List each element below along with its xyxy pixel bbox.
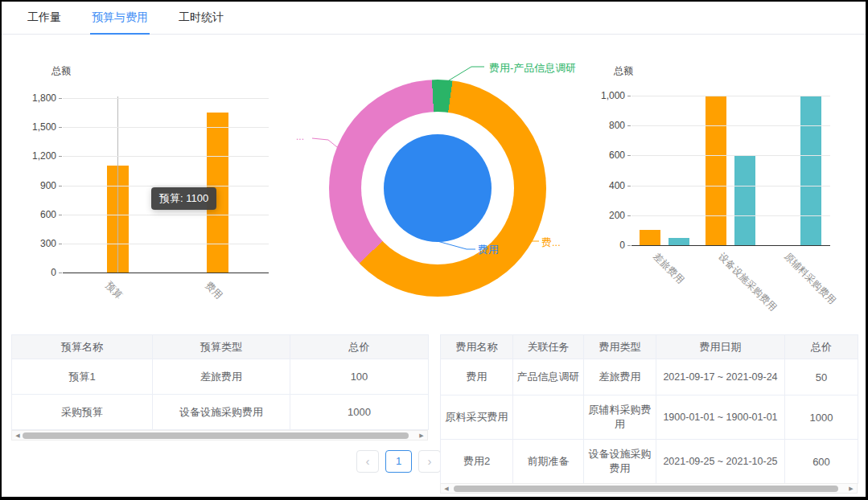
table-header-row: 预算名称 预算类型 总价 — [12, 335, 429, 359]
tab-workload[interactable]: 工作量 — [26, 2, 63, 35]
col-expense-date: 费用日期 — [656, 335, 785, 359]
expense-table-hscrollbar[interactable]: ◀ ▶ — [440, 483, 858, 494]
cell: 1000 — [785, 395, 858, 440]
cell: 原料采买费用 — [441, 395, 513, 440]
cell: 前期准备 — [513, 440, 584, 484]
col-total-price: 总价 — [785, 335, 858, 359]
x-axis-label: 差旅费用 — [650, 250, 687, 287]
scroll-right-icon[interactable]: ▶ — [417, 431, 426, 440]
table-row: 原料采买费用 原辅料采购费用 1900-01-01 ~ 1900-01-01 1… — [441, 395, 858, 440]
table-row: 采购预算 设备设施采购费用 1000 — [12, 395, 429, 430]
y-axis-label: 1,200 — [16, 150, 56, 162]
scroll-left-icon[interactable]: ◀ — [13, 431, 23, 440]
axis-tick — [59, 98, 62, 99]
pagination-prev-button[interactable]: ‹ — [356, 450, 379, 473]
scroll-left-icon[interactable]: ◀ — [442, 484, 451, 493]
y-axis-label: 600 — [16, 209, 56, 220]
axis-tick — [627, 186, 631, 186]
y-axis-label: 300 — [16, 238, 56, 249]
gridline — [631, 125, 830, 126]
axis-tick — [627, 96, 631, 96]
tab-bar: 工作量 预算与费用 工时统计 — [2, 2, 866, 35]
gridline — [63, 98, 269, 99]
y-axis-label: 900 — [16, 180, 56, 191]
x-axis-label: 设备设施采购费用 — [715, 250, 780, 314]
col-related-task: 关联任务 — [513, 335, 584, 359]
table-row: 费用2 前期准备 设备设施采购费用 2021-09-25 ~ 2021-10-2… — [441, 440, 858, 484]
axis-tick — [627, 215, 631, 216]
axis-tick — [59, 215, 62, 215]
tab-hours-stats[interactable]: 工时统计 — [177, 2, 225, 35]
y-axis-label: 800 — [585, 120, 625, 131]
col-budget-name: 预算名称 — [12, 335, 153, 359]
axis-tick — [59, 186, 62, 186]
bar-travel-orange[interactable] — [640, 230, 660, 245]
cell: 50 — [785, 359, 858, 395]
x-axis-label: 预算 — [102, 279, 125, 302]
cell: 原辅料采购费用 — [584, 395, 656, 440]
tooltip-axis-pointer — [117, 96, 118, 273]
tab-budget-expense[interactable]: 预算与费用 — [90, 2, 150, 35]
table-row: 费用 产品信息调研 差旅费用 2021-09-17 ~ 2021-09-24 5… — [441, 359, 858, 395]
gridline — [63, 215, 269, 215]
budget-table: 预算名称 预算类型 总价 预算1 差旅费用 100 采购预算 设备设施采购费用 … — [11, 334, 429, 430]
inner-circle-label: 费用 — [478, 243, 499, 257]
cell — [513, 395, 584, 440]
gridline — [631, 215, 830, 216]
y-axis-label: 0 — [16, 267, 56, 278]
cell: 费用2 — [441, 440, 513, 484]
axis-tick — [59, 244, 62, 244]
scroll-right-icon[interactable]: ▶ — [846, 484, 856, 493]
bar-travel-teal[interactable] — [668, 238, 689, 245]
segment-label-green: 费用-产品信息调研 — [489, 61, 576, 76]
table-header-row: 费用名称 关联任务 费用类型 费用日期 总价 — [441, 335, 858, 359]
x-axis-label: 原辅料采购费用 — [781, 250, 838, 307]
y-axis-label: 400 — [585, 180, 625, 191]
axis-tick — [59, 156, 62, 157]
axis-tick — [59, 127, 62, 128]
bar-equipment-orange[interactable] — [706, 96, 726, 245]
y-axis-label: 1,800 — [16, 92, 56, 104]
table-row: 预算1 差旅费用 100 — [12, 359, 429, 395]
bar-equipment-teal[interactable] — [734, 155, 755, 245]
cell: 产品信息调研 — [513, 359, 584, 395]
x-axis-line — [63, 273, 269, 273]
x-axis-line — [631, 245, 830, 246]
x-axis-label: 费用 — [202, 279, 225, 302]
gridline — [63, 156, 269, 157]
y-axis-label: 200 — [585, 210, 625, 221]
gridline — [631, 186, 830, 186]
cell: 差旅费用 — [153, 359, 290, 395]
axis-tick — [627, 155, 631, 156]
scrollbar-thumb[interactable] — [23, 432, 409, 439]
col-total-price: 总价 — [290, 335, 429, 359]
cell: 采购预算 — [12, 395, 153, 430]
col-expense-type: 费用类型 — [584, 335, 656, 359]
cell: 设备设施采购费用 — [584, 440, 656, 484]
y-axis-label: 1,000 — [585, 90, 625, 101]
cell: 费用 — [441, 359, 513, 395]
cell: 差旅费用 — [584, 359, 656, 395]
axis-tick — [627, 125, 631, 126]
col-budget-type: 预算类型 — [153, 335, 290, 359]
pagination-next-button[interactable]: › — [418, 450, 441, 473]
scrollbar-thumb[interactable] — [454, 486, 838, 492]
cell: 1900-01-01 ~ 1900-01-01 — [656, 395, 785, 440]
cell: 600 — [785, 440, 858, 484]
col-expense-name: 费用名称 — [441, 335, 513, 359]
gridline — [63, 244, 269, 244]
left-chart-title: 总额 — [51, 64, 71, 78]
budget-table-hscrollbar[interactable]: ◀ ▶ — [11, 430, 428, 441]
right-chart-title: 总额 — [614, 64, 633, 78]
cell: 2021-09-25 ~ 2021-10-25 — [656, 440, 785, 484]
pagination-page-1[interactable]: 1 — [385, 450, 412, 473]
cell: 预算1 — [12, 359, 153, 395]
segment-label-pink: ... — [296, 131, 304, 142]
axis-tick — [59, 273, 62, 273]
cell: 1000 — [290, 395, 429, 430]
cell: 100 — [290, 359, 429, 395]
cell: 2021-09-17 ~ 2021-09-24 — [656, 359, 785, 395]
y-axis-label: 0 — [585, 240, 625, 251]
cell: 设备设施采购费用 — [153, 395, 290, 430]
bar-materials-teal[interactable] — [800, 96, 821, 245]
